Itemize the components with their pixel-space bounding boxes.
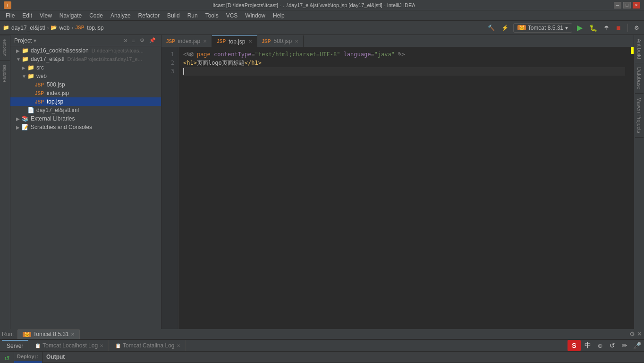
close-button[interactable]: ✕	[633, 2, 640, 9]
menu-item-file[interactable]: File	[2, 11, 18, 20]
server-tab[interactable]: Server	[2, 340, 28, 351]
structure-tab[interactable]: Structure	[0, 35, 10, 60]
favorites-tab[interactable]: Favorites	[0, 60, 10, 86]
tree-item-index[interactable]: ▶ JSP index.jsp	[10, 89, 161, 97]
menu-item-refactor[interactable]: Refactor	[135, 11, 163, 20]
minimize-button[interactable]: ─	[614, 2, 621, 9]
code-editor[interactable]: 1 2 3 <%@ page contentType="text/html;ch…	[161, 47, 634, 329]
localhost-log-tab[interactable]: 📋 Tomcat Localhost Log ✕	[30, 340, 109, 351]
maximize-button[interactable]: □	[623, 2, 631, 9]
tree-item-day16[interactable]: ▶ 📁 day16_cookie&session D:\IdeaProjects…	[10, 46, 161, 55]
tree-item-top[interactable]: ▶ JSP top.jsp	[10, 97, 161, 106]
catalina-log-close[interactable]: ✕	[177, 343, 180, 348]
tomcat-selector[interactable]: 🐱 Tomcat 8.5.31 ▾	[513, 23, 572, 33]
tree-item-day17[interactable]: ▼ 📁 day17_el&jstl D:\IdeaProjects\itcast…	[10, 55, 161, 63]
tab-top-close[interactable]: ✕	[248, 39, 252, 44]
tab-top[interactable]: JSP top.jsp ✕	[212, 35, 257, 47]
breadcrumb-file[interactable]: JSP top.jsp	[75, 25, 103, 31]
debug-button[interactable]: 🐛	[587, 23, 599, 33]
tree-item-src[interactable]: ▶ 📁 src	[10, 63, 161, 72]
menu-item-window[interactable]: Window	[241, 11, 269, 20]
left-vert-tabs: Structure Favorites	[0, 35, 10, 329]
tree-item-iml[interactable]: ▶ 📄 day17_el&jstl.iml	[10, 106, 161, 114]
catalina-log-icon: 📋	[115, 343, 121, 348]
toolbar-separator	[627, 24, 628, 32]
menu-item-view[interactable]: View	[36, 11, 56, 20]
run-tab-tomcat-close[interactable]: ✕	[71, 332, 75, 337]
chinese-input-icon[interactable]: 中	[583, 340, 593, 351]
bottom-inner: ↺ ⏹ ▲ 🔨 ✔ ▼ Deploy↓: Output Output	[0, 352, 644, 363]
code-content[interactable]: <%@ page contentType="text/html;charset=…	[178, 47, 630, 329]
run-settings-btn[interactable]: ⚙	[629, 330, 635, 337]
maven-projects-tab[interactable]: Maven Projects	[635, 94, 644, 138]
run-button[interactable]: ▶	[575, 22, 585, 33]
project-dropdown-icon[interactable]: ▾	[34, 37, 36, 44]
reload-icon[interactable]: ↺	[607, 340, 618, 351]
mic-icon[interactable]: 🎤	[632, 340, 642, 351]
tab-index-label: index.jsp	[178, 38, 200, 44]
tab-500[interactable]: JSP 500.jsp ✕	[257, 35, 304, 47]
scratches-label: Scratches and Consoles	[31, 124, 92, 130]
line-num-2: 2	[161, 59, 178, 67]
ant-build-tab[interactable]: Ant build	[635, 35, 644, 63]
tree-item-ext-libs[interactable]: ▶ 📚 External Libraries	[10, 114, 161, 123]
menu-item-edit[interactable]: Edit	[18, 11, 36, 20]
menu-item-analyze[interactable]: Analyze	[107, 11, 135, 20]
settings-tree-btn[interactable]: ⚙	[138, 37, 146, 44]
menu-item-vcs[interactable]: VCS	[222, 11, 242, 20]
output-header: Output	[42, 352, 644, 363]
stop-button[interactable]: ⏹	[614, 24, 623, 32]
menu-item-build[interactable]: Build	[163, 11, 184, 20]
sogou-icon[interactable]: S	[568, 340, 581, 351]
src-label: src	[36, 64, 44, 71]
menu-item-run[interactable]: Run	[184, 11, 202, 20]
breadcrumb-web[interactable]: 📂 web	[51, 25, 69, 31]
project-indicator[interactable]: 📁 day17_el&jstl	[3, 25, 45, 31]
top-label: top.jsp	[47, 98, 63, 105]
iml-icon: 📄	[27, 107, 34, 113]
tab-index[interactable]: JSP index.jsp ✕	[161, 35, 212, 47]
catalina-log-tab[interactable]: 📋 Tomcat Catalina Log ✕	[110, 340, 185, 351]
coverage-button[interactable]: ☂	[602, 24, 611, 32]
day16-label: day16_cookie&session	[31, 47, 89, 54]
day17-icon: 📁	[22, 56, 29, 62]
breadcrumb-file-label: top.jsp	[87, 25, 103, 31]
pin-btn[interactable]: 📌	[148, 37, 157, 44]
tomcat-label: Tomcat 8.5.31	[528, 25, 563, 31]
project-panel-title: Project ▾	[14, 37, 36, 44]
tab-top-label: top.jsp	[229, 38, 245, 45]
server-tab-label: Server	[7, 343, 23, 349]
run-close-btn[interactable]: ✕	[637, 330, 642, 337]
rebuild-button[interactable]: ⚡	[500, 24, 510, 32]
build-button[interactable]: 🔨	[486, 24, 497, 32]
window-controls: ─ □ ✕	[614, 2, 640, 9]
project-tools: ⊙ ≡ ⚙ 📌	[122, 37, 157, 44]
arrow-ext-libs: ▶	[16, 116, 22, 121]
localhost-log-close[interactable]: ✕	[100, 343, 103, 348]
app-icon: i	[4, 1, 11, 9]
bottom-output-area: Output	[42, 352, 644, 363]
main-area: Structure Favorites Project ▾ ⊙ ≡ ⚙ 📌 ▶ …	[0, 35, 644, 329]
database-tab[interactable]: Database	[635, 63, 644, 94]
emoji-icon[interactable]: ☺	[595, 340, 605, 351]
day17-label: day17_el&jstl	[31, 56, 64, 62]
menu-item-tools[interactable]: Tools	[202, 11, 222, 20]
tab-500-close[interactable]: ✕	[295, 39, 298, 44]
tree-item-web[interactable]: ▼ 📁 web	[10, 72, 161, 80]
settings-button[interactable]: ⚙	[632, 24, 641, 32]
bottom-restart-btn[interactable]: ↺	[3, 354, 11, 363]
menu-item-code[interactable]: Code	[85, 11, 107, 20]
menu-item-navigate[interactable]: Navigate	[56, 11, 85, 20]
tree-item-scratches[interactable]: ▶ 📝 Scratches and Consoles	[10, 123, 161, 131]
locate-in-tree-btn[interactable]: ⊙	[122, 37, 129, 44]
tab-index-close[interactable]: ✕	[203, 39, 207, 44]
server-entry-main[interactable]: Output	[14, 361, 42, 363]
ext-libs-icon: 📚	[22, 115, 29, 122]
500-label: 500.jsp	[47, 81, 65, 88]
run-tab-tomcat[interactable]: 🐱 Tomcat 8.5.31 ✕	[17, 329, 79, 339]
menu-item-help[interactable]: Help	[269, 11, 288, 20]
pen-icon[interactable]: ✏	[619, 340, 630, 351]
tree-item-500[interactable]: ▶ JSP 500.jsp	[10, 80, 161, 89]
collapse-all-btn[interactable]: ≡	[131, 37, 136, 44]
breadcrumb-web-label: web	[59, 25, 69, 31]
